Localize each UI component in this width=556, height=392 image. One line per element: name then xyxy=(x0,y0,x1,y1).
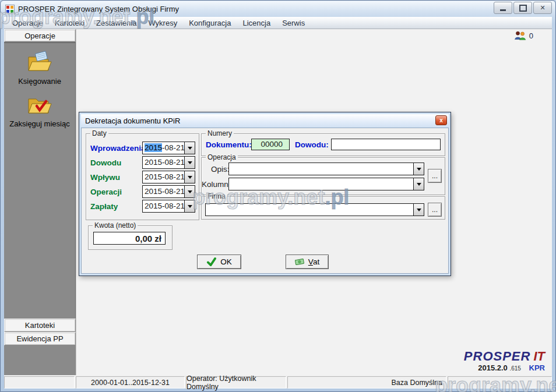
status-date-range: 2000-01-01..2015-12-31 xyxy=(76,376,185,389)
dropdown-button[interactable] xyxy=(184,142,195,154)
vat-button-label: Vat xyxy=(308,257,319,266)
minimize-button[interactable] xyxy=(494,2,512,14)
check-icon xyxy=(206,257,216,266)
dropdown-button[interactable] xyxy=(184,157,195,168)
group-operacja: Operacja Opis: Kolumna: ... xyxy=(201,157,445,195)
window-controls: ✕ xyxy=(494,2,552,14)
menu-zestawienia[interactable]: Zestawienia xyxy=(90,17,142,29)
maximize-icon xyxy=(519,5,527,12)
label-opis: Opis: xyxy=(211,165,230,174)
app-icon xyxy=(5,5,15,14)
minimize-icon xyxy=(500,9,506,11)
date-value: 2015-08-21 xyxy=(143,142,184,154)
vat-button[interactable]: Vat xyxy=(286,255,329,269)
sidebar-item-label: Ewidencja PP xyxy=(16,334,63,343)
menu-konfiguracja[interactable]: Konfiguracja xyxy=(183,17,237,29)
prosper-logo: PROSPERIT 2015.2.0 .615 KPR xyxy=(464,349,545,372)
menu-wykresy[interactable]: Wykresy xyxy=(142,17,183,29)
close-icon: ✕ xyxy=(540,4,545,12)
logo-module: KPR xyxy=(529,363,545,372)
date-combo-wplywu[interactable]: 2015-08-21 xyxy=(142,171,195,183)
dropdown-button[interactable] xyxy=(184,171,195,183)
group-kwota: Kwota (netto) 0,00 zł xyxy=(88,225,173,250)
sidebar-header-label: Operacje xyxy=(24,31,55,40)
status-panel-empty xyxy=(4,376,75,389)
dowod-number-input[interactable] xyxy=(331,139,441,150)
status-database: Baza Domyślna xyxy=(287,376,446,389)
dialog-close-button[interactable]: x xyxy=(435,115,447,125)
group-numery-legend: Numery xyxy=(206,129,234,137)
dropdown-button[interactable] xyxy=(413,163,424,175)
dropdown-button[interactable] xyxy=(184,200,195,212)
sidebar-tool-panel: Księgowanie Zaksięguj miesiąc xyxy=(4,42,76,319)
sidebar-item-kartoteki[interactable]: Kartoteki xyxy=(4,319,76,332)
online-users-count: 0 xyxy=(529,31,533,40)
sidebar-item-ewidencja-pp[interactable]: Ewidencja PP xyxy=(4,332,76,345)
dokument-number-field[interactable]: 00000 xyxy=(251,139,290,150)
group-firma: Firma ... xyxy=(201,196,445,220)
operacja-browse-button[interactable]: ... xyxy=(428,169,442,183)
menu-serwis[interactable]: Serwis xyxy=(276,17,311,29)
dialog-dekretacja-kpir: Dekretacja dokumentu KPiR x Daty Wprowad… xyxy=(79,112,451,276)
date-combo-operacji[interactable]: 2015-08-21 xyxy=(142,185,195,198)
sidebar-bottom-buttons: Kartoteki Ewidencja PP xyxy=(4,319,76,345)
date-combo-wprowadzenia[interactable]: 2015-08-21 xyxy=(142,142,195,154)
ok-button[interactable]: OK xyxy=(197,255,241,269)
label-wprowadzenia: Wprowadzenia xyxy=(90,144,146,153)
menu-licencja[interactable]: Licencja xyxy=(237,17,276,29)
dropdown-button[interactable] xyxy=(184,186,195,197)
banknote-icon xyxy=(295,258,304,266)
label-operacji: Operacji xyxy=(90,188,122,196)
sidebar-item-label: Kartoteki xyxy=(25,321,55,330)
dialog-title: Dekretacja dokumentu KPiR xyxy=(85,116,180,125)
chevron-down-icon xyxy=(417,168,421,173)
status-panel-right xyxy=(448,376,552,389)
date-combo-dowodu[interactable]: 2015-08-21 xyxy=(142,156,195,169)
label-zaplaty: Zapłaty xyxy=(90,202,118,211)
group-daty: Daty Wprowadzenia 2015-08-21 Dowodu 2015… xyxy=(86,133,199,220)
sidebar: Operacje Księgowanie xyxy=(4,29,76,375)
ok-button-label: OK xyxy=(220,257,232,266)
label-wplywu: Wpływu xyxy=(90,173,120,182)
sidebar-item-zaksieguj-miesiac[interactable]: Zaksięguj miesiąc xyxy=(4,93,75,128)
menu-kartoteki[interactable]: Kartoteki xyxy=(49,17,90,29)
status-bar: 2000-01-01..2015-12-31 Operator: Użytkow… xyxy=(4,375,552,389)
kwota-netto-input[interactable]: 0,00 zł xyxy=(93,232,166,245)
label-dowodu: Dowodu xyxy=(90,158,121,167)
group-kwota-legend: Kwota (netto) xyxy=(93,221,138,229)
title-bar[interactable]: PROSPER Zintegrowany System Obsługi Firm… xyxy=(1,1,555,17)
users-icon xyxy=(514,31,526,40)
dialog-close-icon: x xyxy=(439,117,443,123)
date-combo-zaplaty[interactable]: 2015-08-21 xyxy=(142,200,195,213)
maximize-button[interactable] xyxy=(513,2,532,14)
firma-browse-button[interactable]: ... xyxy=(428,203,442,217)
dialog-title-bar[interactable]: Dekretacja dokumentu KPiR xyxy=(81,114,449,127)
menu-bar: Operacje Kartoteki Zestawienia Wykresy K… xyxy=(4,17,552,29)
sidebar-item-label: Księgowanie xyxy=(18,77,61,86)
group-firma-legend: Firma xyxy=(206,192,227,200)
kolumna-value xyxy=(229,178,413,190)
opis-combo[interactable] xyxy=(228,163,424,175)
dropdown-button[interactable] xyxy=(413,204,424,216)
chevron-down-icon xyxy=(188,190,192,196)
folder-check-icon xyxy=(27,93,52,116)
dialog-body: Daty Wprowadzenia 2015-08-21 Dowodu 2015… xyxy=(81,128,449,274)
menu-operacje[interactable]: Operacje xyxy=(6,17,49,29)
sidebar-header-operacje[interactable]: Operacje xyxy=(4,29,76,42)
kolumna-combo[interactable] xyxy=(228,178,424,190)
sidebar-item-label: Zaksięguj miesiąc xyxy=(9,119,69,128)
group-operacja-legend: Operacja xyxy=(206,153,238,161)
firma-combo[interactable] xyxy=(205,203,424,216)
date-value: 2015-08-21 xyxy=(143,171,184,183)
chevron-down-icon xyxy=(188,161,192,167)
logo-version: 2015.2.0 xyxy=(478,363,508,372)
logo-build: .615 xyxy=(509,365,520,372)
logo-brand-text: PROSPER xyxy=(464,349,531,363)
sidebar-item-ksiegowanie[interactable]: Księgowanie xyxy=(4,51,75,86)
dropdown-button[interactable] xyxy=(413,178,424,190)
chevron-down-icon xyxy=(417,183,421,188)
chevron-down-icon xyxy=(417,209,421,214)
close-button[interactable]: ✕ xyxy=(533,2,552,14)
label-dokumentu: Dokumentu: xyxy=(206,140,252,149)
status-operator: Operator: Użytkownik Domyślny xyxy=(186,376,286,389)
